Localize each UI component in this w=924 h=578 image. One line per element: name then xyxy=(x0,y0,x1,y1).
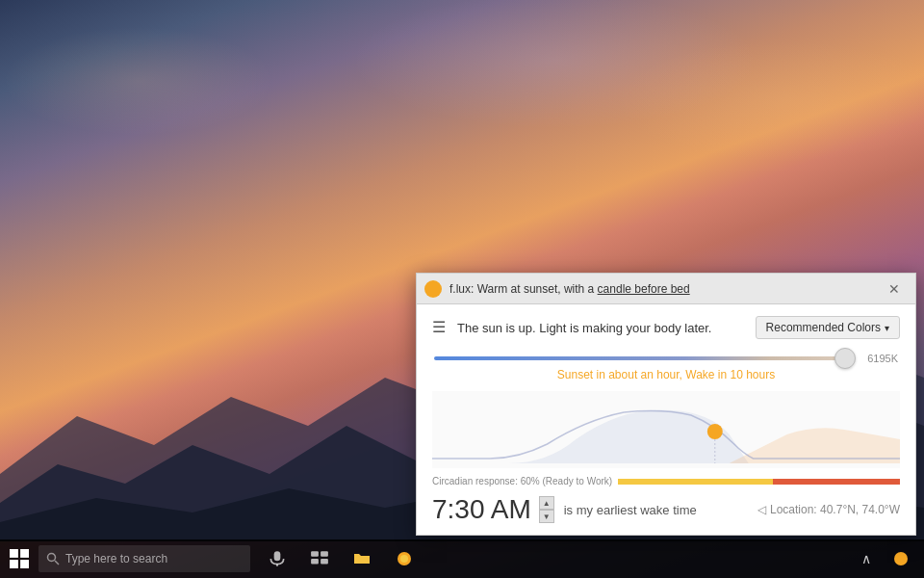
wake-time-display: 7:30 AM xyxy=(432,496,531,523)
wake-label: is my earliest wake time xyxy=(564,503,697,517)
time-increment-button[interactable]: ▲ xyxy=(539,496,554,510)
svg-line-8 xyxy=(55,561,59,565)
flux-window-icon xyxy=(424,280,442,298)
sunset-wake-info: Sunset in about an hour, Wake in 10 hour… xyxy=(432,368,900,381)
folder-icon xyxy=(352,549,372,568)
window-titlebar: f.lux: Warm at sunset, with a candle bef… xyxy=(417,274,915,304)
title-link[interactable]: candle before bed xyxy=(598,282,690,296)
system-tray-expand[interactable]: ∧ xyxy=(851,539,882,578)
color-temperature-track[interactable] xyxy=(434,356,852,360)
file-explorer-button[interactable] xyxy=(343,539,381,578)
flux-tray-right-icon[interactable] xyxy=(886,539,916,578)
wake-time-section: 7:30 AM ▲ ▼ is my earliest wake time xyxy=(432,496,697,523)
svg-rect-14 xyxy=(321,559,328,565)
time-spinner[interactable]: ▲ ▼ xyxy=(539,496,554,523)
flux-taskbar-icon[interactable] xyxy=(385,539,424,578)
svg-rect-5 xyxy=(10,560,18,568)
svg-point-17 xyxy=(400,555,408,563)
svg-rect-11 xyxy=(311,551,319,557)
window-close-button[interactable]: ✕ xyxy=(881,276,908,302)
circadian-label: Circadian response: 60% (Ready to Work) xyxy=(432,476,612,486)
status-text: The sun is up. Light is making your body… xyxy=(457,321,756,335)
cortana-button[interactable] xyxy=(258,539,296,578)
chevron-up-icon: ∧ xyxy=(861,551,871,566)
flux-window: f.lux: Warm at sunset, with a candle bef… xyxy=(416,273,916,536)
title-prefix: f.lux: Warm at sunset, with a xyxy=(449,282,598,296)
svg-rect-4 xyxy=(20,549,29,558)
svg-rect-12 xyxy=(321,551,328,557)
search-placeholder: Type here to search xyxy=(65,552,167,565)
colors-dropdown-button[interactable]: Recommended Colors ▾ xyxy=(756,316,900,339)
windows-logo-icon xyxy=(10,549,29,568)
svg-rect-3 xyxy=(10,549,18,558)
search-icon xyxy=(46,552,60,565)
location-section: ◁ Location: 40.7°N, 74.0°W xyxy=(757,503,900,516)
slider-thumb[interactable] xyxy=(834,348,856,369)
taskbar-icons xyxy=(258,539,424,578)
svg-point-18 xyxy=(894,552,908,565)
search-bar[interactable]: Type here to search xyxy=(38,545,250,572)
task-view-button[interactable] xyxy=(300,539,339,578)
location-text: Location: 40.7°N, 74.0°W xyxy=(770,503,900,516)
svg-point-7 xyxy=(48,554,56,562)
circadian-bar xyxy=(618,479,900,485)
circadian-row: Circadian response: 60% (Ready to Work) xyxy=(432,476,900,486)
circadian-chart xyxy=(432,391,900,468)
location-icon: ◁ xyxy=(757,503,766,516)
svg-rect-13 xyxy=(311,559,319,565)
start-button[interactable] xyxy=(0,539,38,578)
chevron-down-icon: ▾ xyxy=(885,323,889,333)
taskbar-right: ∧ xyxy=(851,539,924,578)
window-title: f.lux: Warm at sunset, with a candle bef… xyxy=(449,282,881,296)
task-view-icon xyxy=(310,549,329,568)
svg-point-20 xyxy=(707,424,723,439)
menu-icon[interactable]: ☰ xyxy=(432,320,446,335)
taskbar: Type here to search xyxy=(0,539,924,578)
slider-value-label: 6195K xyxy=(863,353,898,364)
color-temperature-slider-row: 6195K xyxy=(432,353,900,364)
time-decrement-button[interactable]: ▼ xyxy=(539,510,554,523)
chart-svg xyxy=(432,391,900,468)
colors-button-label: Recommended Colors xyxy=(766,321,881,334)
svg-rect-15 xyxy=(354,557,370,564)
flux-circle-icon xyxy=(893,551,909,566)
window-body: ☰ The sun is up. Light is making your bo… xyxy=(417,304,915,535)
microphone-icon xyxy=(268,549,287,568)
svg-rect-6 xyxy=(20,560,29,568)
top-row: ☰ The sun is up. Light is making your bo… xyxy=(432,316,900,339)
circadian-red-segment xyxy=(773,479,900,485)
circadian-yellow-segment xyxy=(618,479,773,485)
bottom-row: 7:30 AM ▲ ▼ is my earliest wake time ◁ L… xyxy=(432,496,900,523)
flux-sun-icon xyxy=(395,549,414,568)
svg-rect-9 xyxy=(274,551,281,561)
